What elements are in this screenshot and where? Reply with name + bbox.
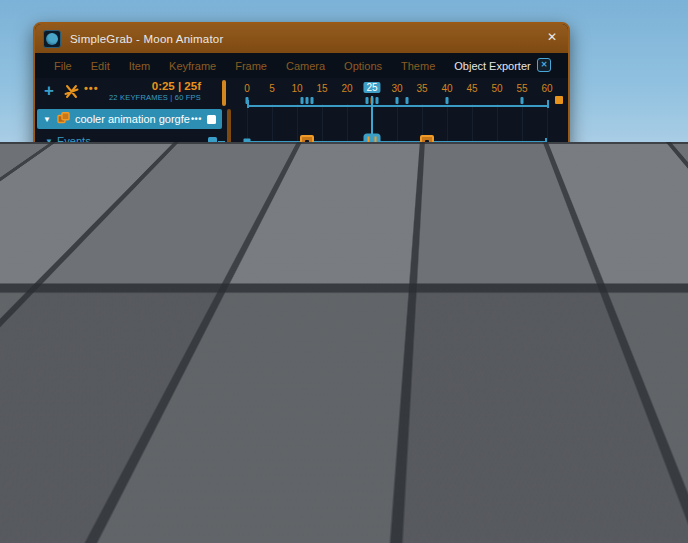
keyframe-left-arm-f0[interactable]: [240, 259, 255, 274]
dialog-close-button[interactable]: ✕: [655, 303, 664, 316]
collapse-triangle-icon[interactable]: ▼: [55, 283, 63, 292]
end-time-input[interactable]: 0:25: [595, 462, 670, 477]
event-value-input[interactable]: 0: [526, 355, 643, 370]
visibility-eye-icon[interactable]: [189, 157, 203, 175]
timeline-end-marker[interactable]: [555, 96, 563, 104]
keyframe-right-arm-f55[interactable]: [515, 197, 530, 212]
keyframe-right-arm-f13[interactable]: [305, 197, 320, 212]
add-keyframe-button[interactable]: [208, 220, 217, 229]
track-row-head[interactable]: ▼Head: [37, 236, 222, 255]
ruler-frame-35[interactable]: 35: [416, 83, 427, 94]
add-keyframe-button[interactable]: [208, 283, 217, 292]
zoom-slider-track[interactable]: [55, 312, 207, 315]
ruler-frame-20[interactable]: 20: [341, 83, 352, 94]
zoom-slider-handle[interactable]: [59, 306, 72, 319]
animation-more-icon[interactable]: •••: [191, 114, 202, 124]
menu-item-edit[interactable]: Edit: [91, 60, 110, 72]
collapse-triangle-icon[interactable]: ▼: [45, 158, 53, 167]
keyframe-torso-f40[interactable]: [440, 176, 455, 191]
window-close-button[interactable]: ✕: [547, 30, 557, 44]
track-row-left-leg[interactable]: ▼Left Leg: [37, 278, 222, 297]
keyframe-head-f40[interactable]: [440, 238, 455, 253]
name-input[interactable]: [459, 439, 670, 454]
track-row-left-arm[interactable]: ▼Left Arm: [37, 257, 222, 276]
ruler-frame-0[interactable]: 0: [244, 83, 250, 94]
track-row-right-leg[interactable]: ▼Right Leg: [37, 215, 222, 234]
visibility-eye-icon[interactable]: [189, 240, 203, 258]
zoom-in-button[interactable]: +: [211, 302, 221, 322]
ruler-frame-5[interactable]: 5: [269, 83, 275, 94]
event-keyframe-f36[interactable]: [420, 135, 434, 149]
keyframe-head-f32[interactable]: [400, 238, 415, 253]
menu-item-theme[interactable]: Theme: [401, 60, 435, 72]
add-keyframe-button[interactable]: [208, 199, 217, 208]
collapse-triangle-icon[interactable]: ▼: [45, 137, 53, 146]
collapse-triangle-icon[interactable]: ▼: [55, 199, 63, 208]
keyframe-torso-f55[interactable]: [515, 176, 530, 191]
keyframe-left-arm-f55[interactable]: [515, 259, 530, 274]
window-titlebar[interactable]: SimpleGrab - Moon Animator ✕: [35, 24, 568, 53]
menu-item-item[interactable]: Item: [129, 60, 150, 72]
keyframe-left-leg-f55[interactable]: [515, 280, 530, 295]
ruler-frame-50[interactable]: 50: [491, 83, 502, 94]
visibility-eye-icon[interactable]: [189, 219, 203, 237]
dialog-titlebar[interactable]: Edit Events: [409, 299, 675, 321]
ruler-frame-40[interactable]: 40: [441, 83, 452, 94]
dock-icon[interactable]: ✕: [537, 58, 551, 72]
add-keyframe-button[interactable]: [208, 137, 217, 146]
event-keyframe-f12[interactable]: [300, 135, 314, 149]
visibility-eye-icon[interactable]: [189, 282, 203, 300]
track-row-right-arm[interactable]: ▼Right Arm: [37, 194, 222, 213]
event-drag-handle[interactable]: ||: [432, 352, 445, 399]
collapse-triangle-icon[interactable]: ▼: [55, 220, 63, 229]
ruler-frame-25[interactable]: 25: [363, 82, 380, 93]
menu-item-frame[interactable]: Frame: [235, 60, 267, 72]
keyframe-left-arm-f32[interactable]: [400, 259, 415, 274]
track-row-rig[interactable]: ▼Rig: [37, 153, 222, 172]
event-remove-icon[interactable]: ✕: [647, 355, 655, 366]
selected-event-keyframe-f25[interactable]: [364, 134, 381, 151]
visibility-eye-icon[interactable]: [189, 261, 203, 279]
track-scrollbar-vertical[interactable]: [227, 109, 231, 300]
keyframe-left-arm-f11[interactable]: [295, 259, 310, 274]
menu-item-camera[interactable]: Camera: [286, 60, 325, 72]
menu-item-file[interactable]: File: [54, 60, 72, 72]
ruler-frame-30[interactable]: 30: [391, 83, 402, 94]
keyframe-right-arm-f40[interactable]: [440, 197, 455, 212]
animation-header-row[interactable]: ▼ cooler animation gorgfe •••: [37, 109, 222, 129]
ruler-frame-55[interactable]: 55: [516, 83, 527, 94]
zoom-out-button[interactable]: −: [42, 302, 52, 322]
playhead[interactable]: [371, 96, 373, 320]
tab-code-begin[interactable]: Code Begin: [491, 413, 549, 425]
ok-button[interactable]: OK: [415, 494, 672, 514]
events-scrollbar[interactable]: [656, 350, 661, 400]
keyframe-torso-f0[interactable]: [240, 176, 255, 191]
add-keyframe-button[interactable]: [208, 262, 217, 271]
keyframe-left-leg-f0[interactable]: [240, 280, 255, 295]
keyframe-right-leg-f55[interactable]: [515, 218, 530, 233]
keyframe-right-arm-f0[interactable]: [240, 197, 255, 212]
track-row-torso[interactable]: ▼Torso: [37, 173, 222, 192]
keyframe-torso-f12[interactable]: [300, 176, 315, 191]
collapse-triangle-icon[interactable]: ▼: [55, 241, 63, 250]
visibility-eye-icon[interactable]: [189, 198, 203, 216]
add-item-icon[interactable]: +: [44, 81, 54, 101]
event-name-input[interactable]: test: [449, 355, 527, 370]
keyframe-head-f55[interactable]: [515, 238, 530, 253]
collapse-triangle-icon[interactable]: ▼: [43, 115, 51, 124]
ruler-frame-15[interactable]: 15: [316, 83, 327, 94]
menu-item-object-exporter[interactable]: Object Exporter: [454, 60, 530, 72]
ruler-frame-60[interactable]: 60: [541, 83, 552, 94]
add-keyframe-button[interactable]: [208, 241, 217, 250]
width-input[interactable]: 0:00: [459, 462, 533, 477]
range-bar-left-button[interactable]: [240, 315, 247, 322]
keyframe-torso-f24[interactable]: [360, 176, 375, 191]
ruler-frame-45[interactable]: 45: [466, 83, 477, 94]
collapse-triangle-icon[interactable]: ▼: [50, 178, 58, 187]
collapse-triangle-icon[interactable]: ▼: [55, 262, 63, 271]
keyframe-head-f0[interactable]: [240, 238, 255, 253]
visibility-eye-icon[interactable]: [189, 177, 203, 195]
menu-item-options[interactable]: Options: [344, 60, 382, 72]
tab-code-end[interactable]: Code End: [565, 413, 614, 425]
keyframe-right-arm-f30[interactable]: [390, 197, 405, 212]
